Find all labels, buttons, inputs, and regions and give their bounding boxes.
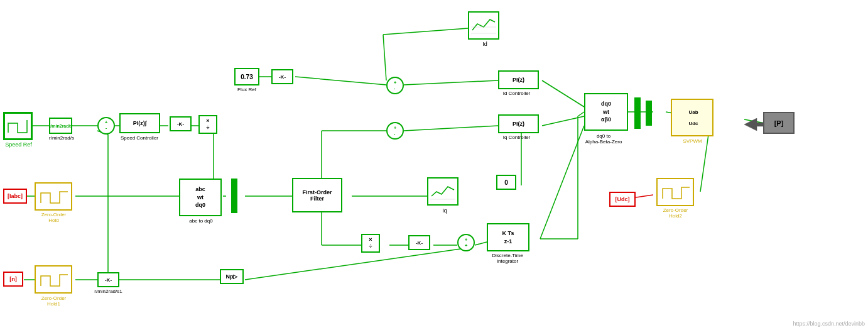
sum-id-block: +- bbox=[386, 77, 404, 94]
svpwm-block: UabUdc bbox=[671, 99, 713, 136]
iq-scope bbox=[427, 177, 458, 206]
k-n-gain: -K- bbox=[97, 272, 119, 287]
zoh2-block bbox=[656, 178, 694, 206]
iq-scope-label: Iq bbox=[435, 207, 454, 214]
flux-ref-block: 0.73 bbox=[234, 68, 259, 85]
svg-marker-48 bbox=[744, 118, 763, 131]
svg-line-7 bbox=[404, 80, 498, 85]
k-mult-gain: -K- bbox=[408, 235, 430, 250]
rmin2rad-gain: r/min2rad/s bbox=[49, 118, 72, 134]
pi-speed-block: PI(z)∫ bbox=[119, 113, 160, 133]
disc-int-label: Discrete-TimeIntegrator bbox=[479, 253, 536, 264]
zoh2-label: Zero-OrderHold2 bbox=[652, 207, 699, 219]
sum1-block: +- bbox=[97, 117, 115, 135]
id-scope bbox=[468, 11, 499, 40]
p-output-block: [P] bbox=[763, 112, 795, 134]
svg-line-41 bbox=[383, 28, 468, 35]
zoh-n-block bbox=[35, 265, 72, 294]
sum-iq-block: +- bbox=[386, 122, 404, 140]
zero-block: 0 bbox=[496, 175, 516, 190]
n-input-block: [n] bbox=[3, 272, 23, 287]
udc-input-block: [Udc] bbox=[609, 192, 636, 207]
abc-to-dq0-label: abc to dq0 bbox=[173, 218, 229, 224]
p-arrow bbox=[744, 118, 763, 131]
mult1-block: ×÷ bbox=[198, 115, 217, 134]
mux2-block bbox=[646, 101, 652, 126]
mux3-block bbox=[231, 179, 237, 213]
zoh-iabc-block bbox=[35, 182, 72, 211]
dq0-to-ab-block: dq0wtαβ0 bbox=[584, 93, 628, 131]
svg-line-9 bbox=[404, 126, 498, 131]
svg-line-10 bbox=[542, 116, 584, 126]
rmin2rad-label: r/min2rad/s bbox=[49, 135, 93, 141]
connection-lines bbox=[0, 0, 868, 330]
np-block: Np▷ bbox=[220, 269, 244, 284]
svg-line-37 bbox=[578, 112, 584, 116]
abc-to-dq0-block: abcwtdq0 bbox=[179, 179, 222, 216]
k-speed-gain: -K- bbox=[170, 116, 192, 131]
zoh-n-label: Zero-OrderHold1 bbox=[30, 295, 77, 307]
svg-line-6 bbox=[295, 77, 386, 85]
speed-ref-label: Speed Ref bbox=[1, 141, 36, 148]
svg-line-30 bbox=[245, 248, 465, 280]
speed-ref-block bbox=[3, 112, 33, 140]
rmin2rad-s1-label: r/min2rad/s1 bbox=[88, 289, 129, 294]
dq0-to-ab-label: dq0 toAlpha-Beta-Zero bbox=[575, 133, 632, 145]
zoh-iabc-label: Zero-OrderHold bbox=[30, 212, 77, 223]
mux1-block bbox=[634, 97, 641, 129]
flux-ref-label: Flux Ref bbox=[228, 87, 266, 92]
iabc-input-block: [Iabc] bbox=[3, 189, 27, 204]
iq-controller-label: Iq Controller bbox=[490, 135, 543, 140]
first-order-filter-block: First-OrderFilter bbox=[292, 178, 342, 212]
svg-line-40 bbox=[383, 35, 386, 80]
diagram: Speed Ref r/min2rad/s r/min2rad/s +- PI(… bbox=[0, 0, 868, 330]
id-controller-label: Id Controller bbox=[490, 91, 543, 96]
watermark: https://blog.csdn.net/devinbb bbox=[793, 321, 865, 327]
disc-int-block: K Tsz-1 bbox=[487, 223, 529, 251]
mult2-block: ×÷ bbox=[361, 234, 380, 253]
pi-id-block: PI(z) bbox=[498, 70, 539, 89]
svpwm-label: SVPWM bbox=[675, 138, 710, 144]
sum-int-block: ++ bbox=[457, 234, 475, 251]
k-flux-gain: -K- bbox=[271, 69, 293, 84]
speed-controller-label: Speed Controller bbox=[114, 135, 165, 141]
svg-line-25 bbox=[475, 242, 487, 245]
pi-iq-block: PI(z) bbox=[498, 114, 539, 133]
id-scope-label: Id bbox=[475, 41, 494, 47]
svg-line-8 bbox=[542, 80, 584, 107]
